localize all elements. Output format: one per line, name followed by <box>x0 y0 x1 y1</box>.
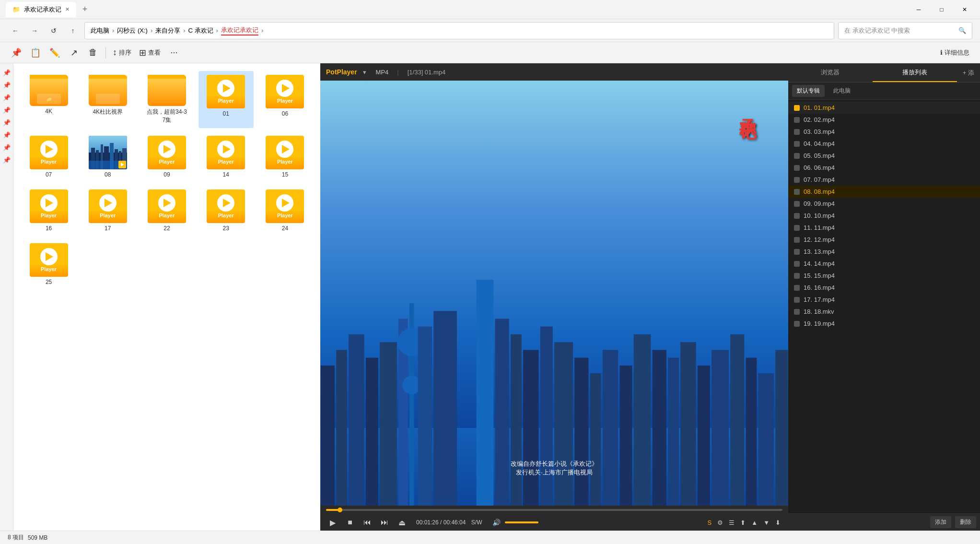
forward-button[interactable]: → <box>27 23 42 38</box>
pin-nav-7[interactable]: 📌 <box>1 142 12 153</box>
playlist-nav-down2[interactable]: ⬇ <box>773 517 782 528</box>
delete-from-playlist-button[interactable]: 删除 <box>955 516 976 528</box>
player-dropdown-icon[interactable]: ▾ <box>363 69 366 76</box>
pin-nav-1[interactable]: 📌 <box>1 67 12 78</box>
playlist-nav-down[interactable]: ▼ <box>761 517 771 528</box>
detail-button[interactable]: ℹ 详细信息 <box>937 44 972 61</box>
player-item-06[interactable]: Player 06 <box>257 71 313 128</box>
playlist-item-08[interactable]: 08. 08.mp4 <box>788 186 980 198</box>
playlist-dot-08 <box>794 189 800 195</box>
new-tab-button[interactable]: + <box>78 3 92 16</box>
playlist-item-06[interactable]: 06. 06.mp4 <box>788 162 980 174</box>
playlist-item-03[interactable]: 03. 03.mp4 <box>788 126 980 138</box>
playlist-nav-up[interactable]: ⬆ <box>738 517 747 528</box>
eject-button[interactable]: ⏏ <box>395 516 408 529</box>
breadcrumb-part1[interactable]: 此电脑 <box>91 26 109 35</box>
copy-button[interactable]: 📋 <box>27 44 44 61</box>
next-button[interactable]: ⏭ <box>378 516 391 529</box>
sort-button[interactable]: ↕ 排序 <box>110 44 134 61</box>
playlist-item-14[interactable]: 14. 14.mp4 <box>788 258 980 270</box>
playlist-item-19[interactable]: 19. 19.mp4 <box>788 318 980 330</box>
pin-nav-6[interactable]: 📌 <box>1 130 12 140</box>
playlist-item-09[interactable]: 09. 09.mp4 <box>788 198 980 210</box>
playlist-dot-03 <box>794 129 800 135</box>
breadcrumb-current[interactable]: 承欢记承欢记 <box>221 26 258 35</box>
playlist-item-name-14: 14. 14.mp4 <box>804 260 974 267</box>
playlist-item-01[interactable]: 01. 01.mp4 <box>788 102 980 114</box>
progress-track[interactable] <box>326 509 782 511</box>
breadcrumb-part4[interactable]: C 承欢记 <box>188 26 213 35</box>
playlist-item-15[interactable]: 15. 15.mp4 <box>788 270 980 282</box>
player-item-07[interactable]: Player 07 <box>21 132 76 182</box>
play-button[interactable]: ▶ <box>326 516 339 529</box>
tab-add[interactable]: + 添 <box>957 63 980 82</box>
volume-icon[interactable]: 🔊 <box>490 516 503 529</box>
player-item-24[interactable]: Player 24 <box>257 186 313 236</box>
folder-item-special[interactable]: 点我，超前34-37集 <box>139 71 194 128</box>
up-button[interactable]: ↑ <box>65 23 81 38</box>
subtab-mypc[interactable]: 此电脑 <box>828 85 855 97</box>
playlist-item-13[interactable]: 13. 13.mp4 <box>788 246 980 258</box>
playlist-item-18[interactable]: 18. 18.mkv <box>788 306 980 318</box>
playlist-item-16[interactable]: 16. 16.mp4 <box>788 282 980 294</box>
playlist-nav-up2[interactable]: ▲ <box>749 517 759 528</box>
folder-item-4k[interactable]: 📁 4K <box>21 71 76 128</box>
pin-nav-5[interactable]: 📌 <box>1 117 12 128</box>
folder-item-4k-dolby[interactable]: 4K杜比视界 <box>80 71 135 128</box>
playlist-item-17[interactable]: 17. 17.mp4 <box>788 294 980 306</box>
tab-browser[interactable]: 浏览器 <box>788 63 873 82</box>
player-video[interactable]: 承欢记 改编自亦舒长篇小说《承欢记》 发行机关·上海市广播电视局 <box>320 81 788 506</box>
minimize-button[interactable]: ─ <box>909 3 928 16</box>
player-item-08[interactable]: 08 <box>80 132 135 182</box>
tab-playlist[interactable]: 播放列表 <box>873 63 957 82</box>
player-item-23[interactable]: Player 23 <box>198 186 254 236</box>
playlist-item-04[interactable]: 04. 04.mp4 <box>788 138 980 150</box>
subtab-default[interactable]: 默认专辑 <box>792 85 825 97</box>
add-to-playlist-button[interactable]: 添加 <box>930 516 951 528</box>
close-button[interactable]: ✕ <box>955 3 974 16</box>
pin-nav-3[interactable]: 📌 <box>1 92 12 103</box>
settings-button[interactable]: ⚙ <box>715 517 725 528</box>
breadcrumb-part2[interactable]: 闪秒云 (X:) <box>117 26 148 35</box>
player-item-09[interactable]: Player 09 <box>139 132 194 182</box>
playlist-item-name-10: 10. 10.mp4 <box>804 212 974 219</box>
playlist-item-02[interactable]: 02. 02.mp4 <box>788 114 980 126</box>
pin-nav-2[interactable]: 📌 <box>1 80 12 90</box>
refresh-button[interactable]: ↺ <box>46 23 61 38</box>
volume-track[interactable] <box>505 521 538 523</box>
player-item-22[interactable]: Player 22 <box>139 186 194 236</box>
pin-button[interactable]: 📌 <box>8 44 25 61</box>
playlist-item-07[interactable]: 07. 07.mp4 <box>788 174 980 186</box>
breadcrumb[interactable]: 此电脑 › 闪秒云 (X:) › 来自分享 › C 承欢记 › 承欢记承欢记 › <box>84 22 834 39</box>
view-button[interactable]: ⊞ 查看 <box>136 44 163 61</box>
playlist-item-12[interactable]: 12. 12.mp4 <box>788 234 980 246</box>
more-button[interactable]: ··· <box>165 44 183 61</box>
search-icon[interactable]: 🔍 <box>958 27 966 34</box>
pin-nav-4[interactable]: 📌 <box>1 105 12 115</box>
playlist-item-11[interactable]: 11. 11.mp4 <box>788 222 980 234</box>
playlist-item-10[interactable]: 10. 10.mp4 <box>788 210 980 222</box>
svg-rect-13 <box>336 350 347 506</box>
back-button[interactable]: ← <box>8 23 23 38</box>
pin-nav-8[interactable]: 📌 <box>1 154 12 165</box>
subtitle-button[interactable]: S <box>706 517 714 528</box>
delete-button[interactable]: 🗑 <box>84 44 102 61</box>
share-button[interactable]: ↗ <box>65 44 82 61</box>
maximize-button[interactable]: □ <box>932 3 951 16</box>
player-item-01[interactable]: Player 01 <box>198 71 254 128</box>
search-box[interactable]: 在 承欢记承欢记 中搜索 🔍 <box>838 22 972 39</box>
playlist-item-05[interactable]: 05. 05.mp4 <box>788 150 980 162</box>
menu-button[interactable]: ☰ <box>727 517 736 528</box>
player-item-16[interactable]: Player 16 <box>21 186 76 236</box>
prev-button[interactable]: ⏮ <box>361 516 374 529</box>
tab-close-button[interactable]: ✕ <box>65 6 70 12</box>
player-item-15[interactable]: Player 15 <box>257 132 313 182</box>
player-item-25[interactable]: Player 25 <box>21 239 76 289</box>
stop-button[interactable]: ■ <box>343 516 357 529</box>
active-tab[interactable]: 📁 承欢记承欢记 ✕ <box>6 2 76 17</box>
player-item-17[interactable]: Player 17 <box>80 186 135 236</box>
progress-bar-area[interactable] <box>324 506 784 514</box>
breadcrumb-part3[interactable]: 来自分享 <box>155 26 180 35</box>
player-item-14[interactable]: Player 14 <box>198 132 254 182</box>
rename-button[interactable]: ✏️ <box>46 44 63 61</box>
